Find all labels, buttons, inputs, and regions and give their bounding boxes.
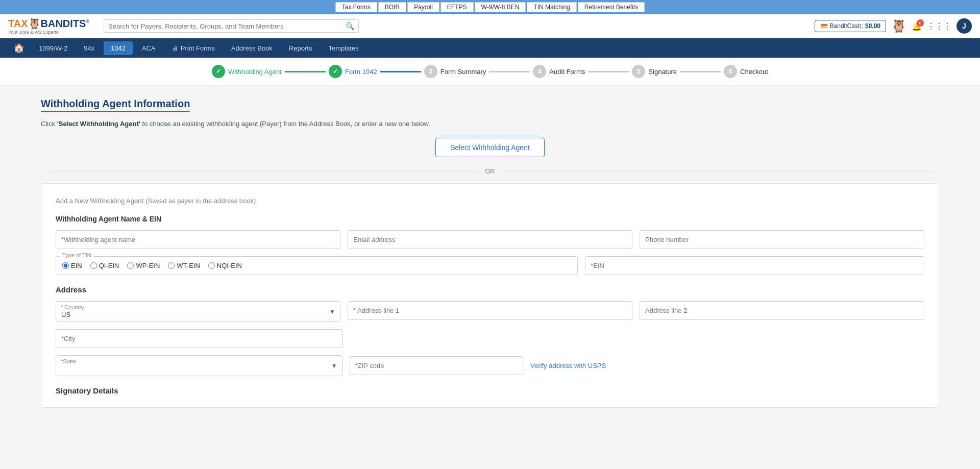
address-row-1: * Country US ▼ xyxy=(56,301,924,322)
tin-qi-ein-radio[interactable] xyxy=(90,262,97,269)
notifications-button[interactable]: 🔔 0 xyxy=(912,21,922,31)
tin-wt-ein-radio[interactable] xyxy=(168,262,175,269)
search-input[interactable] xyxy=(108,22,346,30)
connector-5-6 xyxy=(680,71,721,72)
top-nav-boir[interactable]: BOIR xyxy=(378,2,406,12)
printer-icon: 🖨 xyxy=(172,44,179,52)
nav-templates[interactable]: Templates xyxy=(321,41,365,55)
state-select[interactable] xyxy=(56,355,342,376)
nav-94x[interactable]: 94x xyxy=(77,41,102,55)
signatory-section-title: Signatory Details xyxy=(56,386,924,395)
top-nav-retirement[interactable]: Retirement Benefits xyxy=(578,2,645,12)
phone-field xyxy=(640,230,924,249)
nav-address-book[interactable]: Address Book xyxy=(224,41,280,55)
address-row-city xyxy=(56,329,924,348)
connector-1-2 xyxy=(285,71,326,72)
tin-wt-ein-option[interactable]: WT-EIN xyxy=(168,262,200,269)
form-card-subtitle: (Saved as payer in the address book) xyxy=(145,197,256,205)
step-2: ✓ Form 1042 xyxy=(329,65,377,78)
zip-input[interactable] xyxy=(350,356,523,375)
tin-ein-option[interactable]: EIN xyxy=(62,262,82,269)
email-input[interactable] xyxy=(348,230,632,249)
tin-wp-ein-option[interactable]: WP-EIN xyxy=(127,262,160,269)
agent-name-input[interactable] xyxy=(56,230,340,249)
step-2-label: Form 1042 xyxy=(345,68,377,76)
main-content: Withholding Agent Information Click 'Sel… xyxy=(0,86,980,469)
top-nav-tin-matching[interactable]: TIN Matching xyxy=(527,2,576,12)
tin-wp-ein-radio[interactable] xyxy=(127,262,134,269)
connector-4-5 xyxy=(588,71,629,72)
email-field xyxy=(348,230,632,249)
step-3-circle: 3 xyxy=(424,65,437,78)
logo-text: TAX🦉BANDITS® xyxy=(8,17,89,30)
header-actions: 💳 BanditCash: $0.00 🦉 🔔 0 ⋮⋮⋮ J xyxy=(815,18,972,34)
step-5-label: Signature xyxy=(648,68,677,76)
form-card-title: Add a New Withholding Agent (Saved as pa… xyxy=(56,196,924,205)
tin-type-section: Type of TIN EIN QI-EIN WP-EIN WT-EIN xyxy=(56,256,578,275)
nav-reports[interactable]: Reports xyxy=(282,41,320,55)
nav-print-forms[interactable]: 🖨 Print Forms xyxy=(165,41,222,55)
apps-button[interactable]: ⋮⋮⋮ xyxy=(927,21,951,31)
step-1-label: Withholding Agent xyxy=(228,68,282,76)
select-btn-container: Select Withholding Agent xyxy=(41,138,939,157)
name-email-phone-row xyxy=(56,230,924,249)
header: TAX🦉BANDITS® Your 1099 & W2 Experts 🔍 💳 … xyxy=(0,14,980,38)
step-3: 3 Form Summary xyxy=(424,65,486,78)
form-card: Add a New Withholding Agent (Saved as pa… xyxy=(41,183,939,408)
agent-name-field xyxy=(56,230,340,249)
step-2-circle: ✓ xyxy=(329,65,342,78)
step-6-label: Checkout xyxy=(740,68,768,76)
top-navigation: Tax Forms BOIR Payroll EFTPS W-9/W-8 BEN… xyxy=(0,0,980,14)
page-description: Click 'Select Withholding Agent' to choo… xyxy=(41,120,939,128)
top-nav-payroll[interactable]: Payroll xyxy=(407,2,439,12)
step-4-circle: 4 xyxy=(533,65,546,78)
ein-field xyxy=(585,256,924,275)
step-1-circle: ✓ xyxy=(212,65,225,78)
home-button[interactable]: 🏠 xyxy=(8,39,30,57)
tin-ein-row: Type of TIN EIN QI-EIN WP-EIN WT-EIN xyxy=(56,256,924,275)
nav-1042[interactable]: 1042 xyxy=(104,41,133,55)
top-nav-w9-w8ben[interactable]: W-9/W-8 BEN xyxy=(475,2,526,12)
verify-address-link[interactable]: Verify address with USPS xyxy=(530,362,606,369)
top-nav-tax-forms[interactable]: Tax Forms xyxy=(335,2,377,12)
notification-badge: 0 xyxy=(917,19,924,27)
address2-input[interactable] xyxy=(640,301,924,320)
ein-input[interactable] xyxy=(585,256,924,275)
tin-qi-ein-option[interactable]: QI-EIN xyxy=(90,262,119,269)
country-select[interactable]: US xyxy=(56,301,340,322)
logo: TAX🦉BANDITS® Your 1099 & W2 Experts xyxy=(8,17,89,35)
address-section-title: Address xyxy=(56,285,924,294)
select-withholding-agent-button[interactable]: Select Withholding Agent xyxy=(435,138,545,157)
address1-field xyxy=(348,301,632,322)
name-ein-section-title: Withholding Agent Name & EIN xyxy=(56,215,924,223)
city-field xyxy=(56,329,342,348)
address-row-3: *State ▼ Verify address with USPS xyxy=(56,355,924,376)
nav-1099-w2[interactable]: 1099/W-2 xyxy=(32,41,75,55)
tin-nqi-ein-option[interactable]: NQI-EIN xyxy=(208,262,242,269)
bandit-cash-label: BanditCash: xyxy=(830,22,863,30)
step-5-circle: 5 xyxy=(632,65,645,78)
step-6-circle: 6 xyxy=(724,65,737,78)
step-1: ✓ Withholding Agent xyxy=(212,65,282,78)
top-nav-eftps[interactable]: EFTPS xyxy=(440,2,474,12)
tin-ein-radio[interactable] xyxy=(62,262,69,269)
address1-input[interactable] xyxy=(348,301,632,320)
nav-aca[interactable]: ACA xyxy=(135,41,163,55)
logo-subtitle: Your 1099 & W2 Experts xyxy=(8,30,89,35)
zip-field xyxy=(350,356,523,375)
step-4: 4 Audit Forms xyxy=(533,65,585,78)
search-icon: 🔍 xyxy=(346,22,354,30)
state-field: *State ▼ xyxy=(56,355,342,376)
tin-nqi-ein-radio[interactable] xyxy=(208,262,215,269)
connector-3-4 xyxy=(489,71,530,72)
tin-legend: Type of TIN xyxy=(60,252,93,258)
user-avatar[interactable]: J xyxy=(957,18,972,34)
bandit-cash-value: $0.00 xyxy=(865,22,880,30)
search-bar[interactable]: 🔍 xyxy=(104,19,359,33)
connector-2-3 xyxy=(380,71,421,72)
city-input[interactable] xyxy=(56,329,342,348)
phone-input[interactable] xyxy=(640,230,924,249)
bandit-cash[interactable]: 💳 BanditCash: $0.00 xyxy=(815,20,886,32)
step-4-label: Audit Forms xyxy=(549,68,585,76)
step-6: 6 Checkout xyxy=(724,65,768,78)
